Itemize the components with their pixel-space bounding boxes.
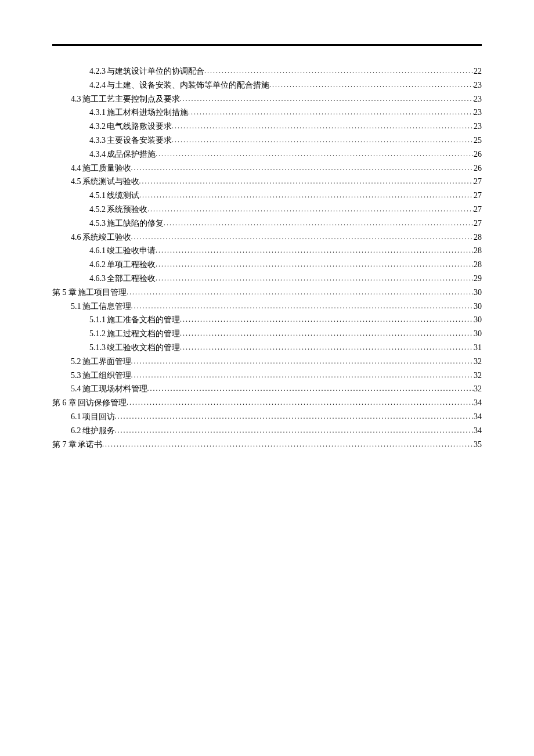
toc-page-number: 23 [474,92,482,106]
toc-number: 4.3.3 [89,134,106,147]
toc-title: 项目回访 [82,410,115,424]
toc-number: 5.4 [71,382,81,396]
toc-title: 系统预验收 [107,203,147,217]
toc-page-number: 26 [474,147,482,161]
toc-leader-dots [131,231,474,243]
toc-entry: 5.1.3 竣工验收文档的管理 31 [52,341,482,355]
toc-title: 施工工艺主要控制点及要求 [82,92,180,106]
toc-number: 5.2 [71,355,81,369]
toc-entry: 4.5.2 系统预验收 27 [52,203,482,217]
toc-title: 施工信息管理 [82,300,131,314]
toc-page-number: 32 [474,355,482,369]
toc-number: 4.3 [71,92,81,106]
toc-entry: 4.6.2 单项工程验收 28 [52,258,482,272]
toc-entry: 4.3.4 成品保护措施 26 [52,147,482,161]
toc-page-number: 34 [474,424,482,438]
toc-title: 主要设备安装要求 [107,134,172,147]
toc-entry: 4.4 施工质量验收 26 [52,161,482,175]
toc-leader-dots [127,397,474,408]
toc-title: 施工缺陷的修复 [107,217,164,231]
toc-leader-dots [172,134,474,146]
toc-number: 4.6.3 [89,272,106,286]
toc-leader-dots [139,175,474,187]
toc-title: 维护服务 [82,424,115,438]
toc-title: 施工界面管理 [82,355,131,369]
toc-page-number: 28 [474,231,482,244]
table-of-contents: 4.2.3 与建筑设计单位的协调配合 224.2.4 与土建、设备安装、内装饰等… [52,64,482,451]
toc-entry: 5.1.2 施工过程文档的管理 30 [52,327,482,341]
toc-title: 与土建、设备安装、内装饰等单位的配合措施 [107,78,269,92]
toc-entry: 5.1 施工信息管理 30 [52,300,482,314]
toc-leader-dots [188,106,474,118]
toc-leader-dots [204,65,474,77]
toc-page-number: 28 [474,244,482,258]
toc-page-number: 30 [474,313,482,327]
toc-title: 竣工验收申请 [107,244,156,258]
toc-entry: 4.5.3 施工缺陷的修复 27 [52,217,482,231]
toc-leader-dots [131,300,474,312]
toc-number: 4.6 [71,231,81,244]
toc-page-number: 34 [474,410,482,424]
toc-number: 4.3.2 [89,120,106,134]
toc-page-number: 30 [474,286,482,300]
toc-leader-dots [172,120,474,132]
toc-number: 5.3 [71,369,81,383]
toc-title: 单项工程验收 [107,258,156,272]
toc-page-number: 23 [474,120,482,134]
toc-leader-dots [102,438,474,450]
toc-title: 回访保修管理 [78,396,127,410]
toc-leader-dots [180,327,474,339]
toc-number: 4.6.1 [89,244,106,258]
toc-leader-dots [147,203,474,215]
toc-entry: 4.3.3 主要设备安装要求 25 [52,134,482,147]
toc-entry: 4.3.2 电气线路敷设要求 23 [52,120,482,134]
toc-entry: 4.5.1 线缆测试 27 [52,189,482,203]
toc-leader-dots [131,355,474,367]
toc-title: 施工质量验收 [82,161,131,175]
toc-title: 系统竣工验收 [82,231,131,244]
toc-entry: 4.6 系统竣工验收 28 [52,231,482,244]
toc-page-number: 34 [474,396,482,410]
toc-leader-dots [156,148,474,160]
toc-entry: 4.6.1 竣工验收申请 28 [52,244,482,258]
toc-number: 4.2.3 [89,64,106,78]
toc-leader-dots [139,189,474,201]
toc-number: 5.1.2 [89,327,106,341]
toc-title: 全部工程验收 [107,272,156,286]
toc-title: 成品保护措施 [107,147,156,161]
toc-leader-dots [156,244,474,256]
toc-page-number: 22 [474,64,482,78]
toc-page-number: 27 [474,175,482,189]
toc-leader-dots [147,383,474,394]
toc-number: 5.1.3 [89,341,106,355]
toc-leader-dots [131,369,474,381]
toc-page-number: 32 [474,369,482,383]
toc-page-number: 28 [474,258,482,272]
toc-title: 施工项目管理 [78,286,127,300]
toc-number: 6.2 [71,424,81,438]
toc-number: 4.5.3 [89,217,106,231]
toc-number: 第 5 章 [52,286,77,300]
toc-number: 第 6 章 [52,396,77,410]
toc-title: 施工材料进场控制措施 [107,106,188,120]
toc-number: 第 7 章 [52,438,77,452]
toc-page-number: 30 [474,300,482,314]
toc-entry: 6.1 项目回访 34 [52,410,482,424]
toc-entry: 第 7 章 承诺书 35 [52,438,482,452]
toc-title: 施工现场材料管理 [82,382,147,396]
toc-entry: 5.1.1 施工准备文档的管理 30 [52,313,482,327]
toc-title: 承诺书 [78,438,102,452]
toc-leader-dots [156,272,474,284]
toc-title: 施工组织管理 [82,369,131,383]
toc-leader-dots [131,162,474,174]
toc-page-number: 26 [474,161,482,175]
toc-entry: 4.2.3 与建筑设计单位的协调配合 22 [52,64,482,78]
toc-entry: 4.5 系统测试与验收 27 [52,175,482,189]
toc-number: 4.5.2 [89,203,106,217]
toc-entry: 第 6 章 回访保修管理 34 [52,396,482,410]
toc-page-number: 23 [474,78,482,92]
toc-leader-dots [180,93,474,105]
toc-leader-dots [180,314,474,325]
toc-leader-dots [115,424,474,436]
toc-page-number: 30 [474,327,482,341]
